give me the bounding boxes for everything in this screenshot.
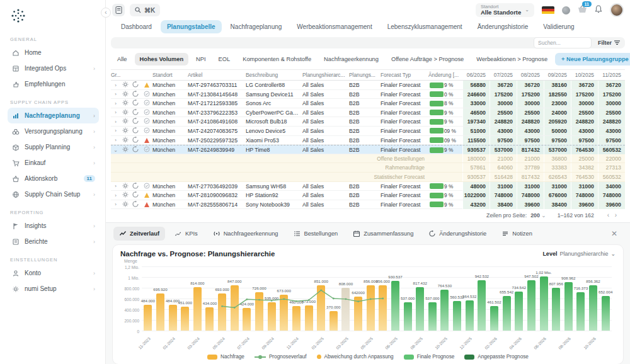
month-value-cell[interactable]: 43000	[598, 127, 625, 135]
month-value-cell[interactable]: 51000	[462, 127, 490, 135]
month-value-cell[interactable]: 930537	[462, 145, 490, 154]
month-value-cell[interactable]: 30000	[490, 99, 517, 108]
chart-bar-11-2026[interactable]	[602, 296, 610, 331]
segment-offene-auftr-ge-prognose[interactable]: Offene Aufträge > Prognose	[386, 53, 469, 65]
presence-icon[interactable]	[562, 6, 570, 14]
month-column-header[interactable]: 07/2025	[490, 72, 517, 78]
month-value-cell[interactable]: 175200	[517, 90, 544, 99]
panel-tab-kpis[interactable]: KPIs	[169, 227, 203, 241]
sidebar-item-home[interactable]: Home	[8, 45, 99, 60]
row-history-icon[interactable]	[130, 191, 140, 200]
month-value-cell[interactable]: 25500	[598, 108, 625, 117]
table-row[interactable]: ›MünchenMAT-242074083675Lenovo Device5Al…	[111, 127, 625, 136]
german-flag-icon[interactable]	[542, 6, 554, 14]
sidebar-item-nachfrageplanung[interactable]: Nachfrageplanung›	[8, 108, 99, 123]
month-value-cell[interactable]: 175200	[571, 90, 598, 99]
row-settings-gear-icon[interactable]	[120, 108, 130, 117]
month-value-cell[interactable]: 36720	[571, 81, 598, 89]
month-value-cell[interactable]: 248820	[490, 117, 517, 126]
table-row[interactable]: ›MünchenMAT-213084145648Samsung Device11…	[111, 90, 625, 100]
column-header[interactable]: Planungshierarc...	[302, 72, 349, 78]
month-value-cell[interactable]: 748000	[517, 191, 544, 200]
sidebar-collapse-icon[interactable]: ‹	[101, 8, 111, 18]
tab-validierung[interactable]: Validierung	[537, 20, 580, 33]
segment-npi[interactable]: NPI	[191, 53, 211, 65]
chart-bar-10-2024[interactable]	[280, 295, 288, 331]
notifications-bell-icon[interactable]	[595, 4, 602, 16]
month-value-cell[interactable]: 97500	[490, 136, 517, 145]
level-selector[interactable]: Level Planungshierarchie ⌄	[542, 251, 616, 257]
chart-bar-05-2026[interactable]	[527, 280, 536, 331]
sidebar-item-numi-setup[interactable]: numi Setup›	[8, 281, 99, 297]
month-value-cell[interactable]: 537000	[490, 145, 517, 154]
panel-tab-nachfrageerkennung[interactable]: Nachfrageerkennung	[207, 227, 284, 241]
row-history-icon[interactable]	[130, 182, 140, 191]
month-value-cell[interactable]: 38400	[490, 200, 517, 209]
expand-row-icon[interactable]: ›	[111, 193, 120, 198]
sidebar-item-supply-chain-setup[interactable]: Supply Chain Setup›	[8, 186, 99, 202]
month-value-cell[interactable]: 39600	[517, 200, 544, 209]
month-value-cell[interactable]: 36720	[517, 81, 544, 89]
month-value-cell[interactable]: 748000	[571, 191, 598, 200]
month-value-cell[interactable]: 97500	[598, 136, 625, 145]
month-value-cell[interactable]: 31000	[571, 182, 598, 191]
table-row[interactable]: ›MünchenMAT-277036492039Samsung WH58All …	[111, 182, 625, 191]
panel-tab-zeitverlauf[interactable]: Zeitverlauf	[113, 227, 165, 241]
month-value-cell[interactable]: 175200	[598, 90, 625, 99]
month-value-cell[interactable]: 180000	[462, 154, 490, 163]
row-history-icon[interactable]	[130, 108, 140, 117]
table-row[interactable]: ⌄MünchenMAT-26249839949HP Time8All Sales…	[111, 145, 625, 154]
month-value-cell[interactable]: 676000	[544, 191, 571, 200]
month-value-cell[interactable]: 34000	[598, 182, 625, 191]
month-value-cell[interactable]: 764530	[571, 173, 598, 181]
month-value-cell[interactable]: 748000	[490, 191, 517, 200]
table-row[interactable]: ›MünchenMAT-241086491608Microsoft Bulb18…	[111, 117, 625, 127]
chart-bar-07-2024[interactable]	[243, 308, 251, 331]
month-column-header[interactable]: 10/2025	[571, 72, 598, 78]
chart-bar-11-2025[interactable]	[453, 301, 461, 331]
month-value-cell[interactable]: 43000	[571, 127, 598, 135]
close-panel-icon[interactable]: ✕	[611, 229, 622, 238]
row-settings-gear-icon[interactable]	[120, 127, 130, 135]
sidebar-item-konto[interactable]: Konto›	[8, 265, 99, 281]
row-history-icon[interactable]	[130, 200, 140, 209]
sidebar-item-einkauf[interactable]: Einkauf›	[8, 155, 99, 171]
sidebar-item-aktionskorb[interactable]: Aktionskorb11	[8, 171, 99, 186]
month-value-cell[interactable]: 97500	[517, 136, 544, 145]
month-value-cell[interactable]: 516428	[490, 173, 517, 181]
month-value-cell[interactable]: 64060	[490, 163, 517, 172]
row-settings-gear-icon[interactable]	[120, 117, 130, 126]
table-subrow[interactable]: Statistischer Forecast930537516428817432…	[111, 173, 625, 182]
month-value-cell[interactable]: 21000	[490, 154, 517, 163]
month-value-cell[interactable]: 626543	[544, 173, 571, 181]
chart-bar-01-2026[interactable]	[478, 280, 486, 331]
row-settings-gear-icon[interactable]	[120, 191, 130, 200]
month-value-cell[interactable]: 97500	[571, 136, 598, 145]
chart-bar-07-2026[interactable]	[552, 288, 560, 331]
row-settings-gear-icon[interactable]	[120, 145, 130, 154]
chart-bar-10-2026[interactable]	[589, 285, 597, 331]
legend-item-nachfrage[interactable]: Nachfrage	[207, 354, 244, 360]
rows-per-page-select[interactable]: 200 ⌄	[530, 212, 546, 219]
panel-tab-zusammenfassung[interactable]: Zusammenfassung	[347, 227, 419, 241]
chart-bar-02-2025[interactable]	[329, 311, 338, 331]
month-value-cell[interactable]: 21000	[517, 154, 544, 163]
chart-bar-06-2024[interactable]	[231, 285, 239, 331]
expand-row-icon[interactable]: ›	[111, 137, 120, 143]
row-settings-gear-icon[interactable]	[120, 136, 130, 145]
row-history-icon[interactable]	[130, 99, 140, 108]
month-value-cell[interactable]: 31000	[517, 182, 544, 191]
standort-selector[interactable]: Standort Alle Standorte ⌄	[476, 3, 534, 18]
journal-icon[interactable]	[112, 4, 125, 16]
month-value-cell[interactable]: 43000	[490, 127, 517, 135]
row-history-icon[interactable]	[130, 145, 140, 154]
chart-bar-06-2025[interactable]	[379, 285, 387, 331]
chart-bar-12-2025[interactable]	[466, 300, 474, 331]
chart-bar-09-2026[interactable]	[576, 292, 585, 331]
next-page-icon[interactable]: ›	[613, 212, 619, 219]
chart-bar-03-2026[interactable]	[503, 296, 511, 331]
table-row[interactable]: ›MünchenMAT-282555806714Sony Notebook39A…	[111, 200, 625, 210]
expand-row-icon[interactable]: ›	[111, 82, 120, 88]
month-value-cell[interactable]: 246600	[462, 90, 490, 99]
legend-item-abweichung-durch-anpassung[interactable]: Abweichung durch Anpassung	[317, 354, 394, 360]
